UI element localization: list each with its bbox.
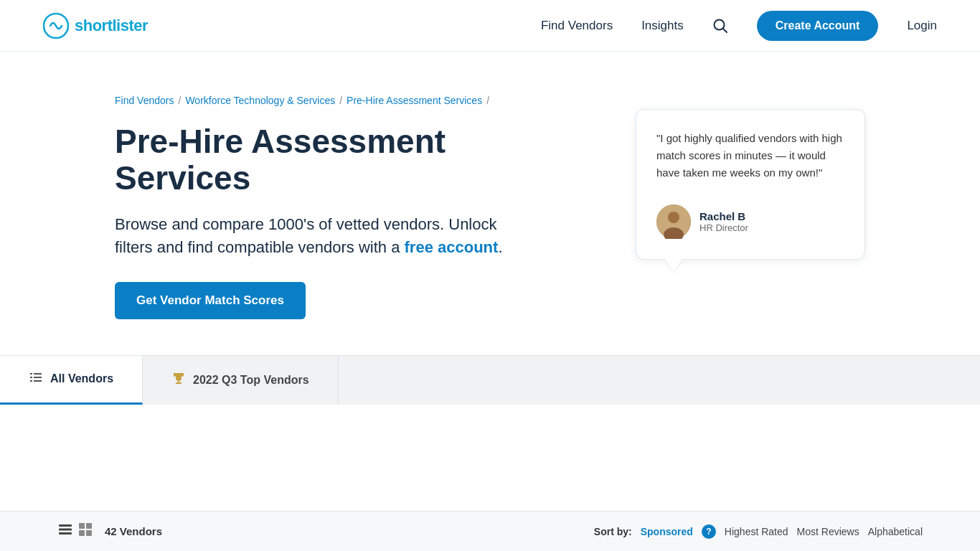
grid-view-icon[interactable] bbox=[77, 522, 93, 541]
logo[interactable]: shortlister bbox=[43, 13, 148, 39]
shortlister-logo-icon bbox=[43, 13, 69, 39]
tab-all-vendors[interactable]: All Vendors bbox=[0, 356, 143, 405]
testimonial-quote: "I got highly qualified vendors with hig… bbox=[656, 130, 844, 182]
search-button[interactable] bbox=[712, 18, 728, 34]
svg-rect-20 bbox=[86, 530, 92, 536]
svg-rect-18 bbox=[86, 523, 92, 529]
logo-text: shortlister bbox=[75, 17, 148, 35]
breadcrumb-sep-1: / bbox=[179, 95, 182, 106]
breadcrumb-workforce[interactable]: Workforce Technology & Services bbox=[185, 95, 335, 106]
svg-rect-15 bbox=[59, 529, 72, 531]
author-info: Rachel B HR Director bbox=[699, 210, 748, 233]
svg-rect-16 bbox=[59, 532, 72, 534]
tab-all-vendors-label: All Vendors bbox=[50, 372, 113, 385]
svg-rect-14 bbox=[59, 524, 72, 527]
testimonial-author: Rachel B HR Director bbox=[656, 204, 844, 239]
sort-most-reviews[interactable]: Most Reviews bbox=[797, 526, 859, 537]
svg-line-2 bbox=[722, 28, 727, 32]
sort-controls: Sort by: Sponsored ? Highest Rated Most … bbox=[594, 524, 923, 539]
hero-description: Browse and compare 1000's of vetted vend… bbox=[115, 213, 531, 259]
view-toggle bbox=[57, 522, 93, 541]
page-title: Pre-Hire Assessment Services bbox=[115, 123, 531, 196]
main-nav: Find Vendors Insights Create Account Log… bbox=[541, 11, 937, 41]
vendor-count: 42 Vendors bbox=[105, 525, 162, 537]
trophy-icon bbox=[171, 371, 186, 389]
svg-rect-12 bbox=[178, 380, 179, 382]
tab-top-vendors[interactable]: 2022 Q3 Top Vendors bbox=[143, 356, 339, 405]
breadcrumb-sep-2: / bbox=[339, 95, 342, 106]
svg-rect-9 bbox=[34, 377, 42, 378]
svg-rect-19 bbox=[79, 530, 85, 536]
avatar bbox=[656, 204, 691, 239]
nav-insights[interactable]: Insights bbox=[641, 19, 684, 33]
hero-section: Find Vendors / Workforce Technology & Se… bbox=[0, 52, 980, 355]
svg-rect-10 bbox=[30, 380, 32, 382]
breadcrumb-find-vendors[interactable]: Find Vendors bbox=[115, 95, 174, 106]
sort-sponsored[interactable]: Sponsored bbox=[641, 526, 693, 537]
sort-alphabetical[interactable]: Alphabetical bbox=[868, 526, 923, 537]
svg-rect-8 bbox=[30, 377, 32, 378]
svg-rect-6 bbox=[30, 373, 32, 375]
hero-content: Find Vendors / Workforce Technology & Se… bbox=[115, 95, 531, 319]
sort-highest-rated[interactable]: Highest Rated bbox=[725, 526, 788, 537]
svg-point-4 bbox=[668, 212, 679, 223]
sponsored-help-icon[interactable]: ? bbox=[702, 524, 716, 539]
nav-find-vendors[interactable]: Find Vendors bbox=[541, 19, 613, 33]
get-vendor-match-btn[interactable]: Get Vendor Match Scores bbox=[115, 282, 306, 319]
list-icon bbox=[29, 370, 43, 388]
svg-rect-13 bbox=[176, 382, 182, 384]
author-title: HR Director bbox=[699, 222, 748, 233]
search-icon bbox=[712, 18, 728, 34]
hero-desc-text2: . bbox=[498, 238, 502, 256]
author-name: Rachel B bbox=[699, 210, 748, 222]
header: shortlister Find Vendors Insights Create… bbox=[0, 0, 980, 52]
breadcrumb-sep-3: / bbox=[486, 95, 489, 106]
svg-rect-7 bbox=[34, 373, 42, 375]
breadcrumb: Find Vendors / Workforce Technology & Se… bbox=[115, 95, 531, 106]
login-link[interactable]: Login bbox=[907, 19, 937, 33]
tabs-bar: All Vendors 2022 Q3 Top Vendors bbox=[0, 355, 980, 405]
sort-label: Sort by: bbox=[594, 526, 632, 537]
tab-top-vendors-label: 2022 Q3 Top Vendors bbox=[193, 374, 309, 387]
breadcrumb-current[interactable]: Pre-Hire Assessment Services bbox=[347, 95, 482, 106]
hero-desc-highlight[interactable]: free account bbox=[405, 238, 499, 256]
testimonial-card: "I got highly qualified vendors with hig… bbox=[636, 109, 865, 260]
bottom-left-controls: 42 Vendors bbox=[57, 522, 162, 541]
list-view-icon[interactable] bbox=[57, 522, 73, 541]
bottom-bar: 42 Vendors Sort by: Sponsored ? Highest … bbox=[0, 511, 980, 551]
svg-rect-11 bbox=[34, 380, 42, 382]
svg-rect-17 bbox=[79, 523, 85, 529]
create-account-button[interactable]: Create Account bbox=[757, 11, 879, 41]
